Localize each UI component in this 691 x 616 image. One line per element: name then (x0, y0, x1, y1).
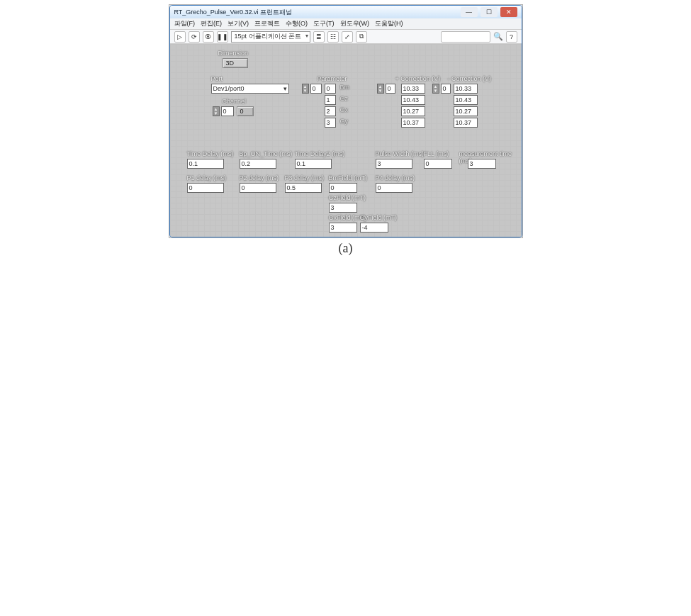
menu-edit[interactable]: 편집(E) (201, 19, 222, 28)
p4-input[interactable]: 0 (376, 183, 412, 193)
param-row-0-name: Bm (340, 84, 350, 91)
search-icon[interactable]: 🔍 (493, 32, 503, 41)
channel-index[interactable]: 0 (221, 106, 234, 116)
menu-tools[interactable]: 도구(T) (313, 19, 335, 28)
time-delay-input[interactable]: 0.1 (187, 159, 224, 169)
time-delay-label: Time Delay (ms) (187, 150, 234, 157)
reorder-button[interactable]: ⧉ (356, 31, 367, 43)
corr-minus-3[interactable]: 10.37 (454, 118, 478, 128)
pause-button[interactable]: ❚❚ (217, 31, 228, 43)
corr-plus-1[interactable]: 10.43 (401, 95, 425, 105)
time-delay2-label: Time Delay2 (ms) (295, 150, 345, 157)
front-panel-canvas: Dimension 3D Port Dev1/port0▾ Channel ▲▼… (170, 44, 522, 237)
run-cont-button[interactable]: ⟳ (189, 31, 200, 43)
titlebar: RT_Grecho_Pulse_Ver0.32.vi 프런트패널 — ☐ ✕ (170, 6, 522, 18)
corr-plus-index[interactable]: 0 (386, 84, 395, 94)
bmfield-label: BmField (mT) (329, 174, 368, 181)
param-row-0-idx: 0 (325, 84, 336, 94)
dimension-label: Dimension (218, 50, 249, 57)
corr-minus-spinner[interactable]: ▲▼ (432, 84, 439, 94)
p4-label: P4 delay (ms) (376, 174, 415, 181)
corr-minus-index[interactable]: 0 (441, 84, 451, 94)
menu-run[interactable]: 수행(O) (286, 19, 308, 28)
bmfield-input[interactable]: 0 (329, 183, 357, 193)
bp-on-label: Bp_ON_Time (ms) (240, 150, 293, 157)
gyfield-label: GyField (mT) (360, 214, 398, 221)
menu-view[interactable]: 보기(V) (227, 19, 249, 28)
param-row-1-idx: 1 (325, 95, 336, 105)
align-button[interactable]: ≣ (313, 31, 325, 43)
time-delay2-input[interactable]: 0.1 (295, 159, 332, 169)
param-row-3-name: Gy (340, 118, 349, 125)
port-label: Port (211, 75, 223, 82)
resize-button[interactable]: ⤢ (342, 31, 353, 43)
p3-label: P3 delay (ms) (285, 174, 325, 181)
pulse-width-input[interactable]: 3 (376, 159, 412, 169)
gzfield-input[interactable]: 3 (329, 203, 357, 213)
fll-label: FLL (ms) (424, 150, 449, 157)
labview-front-panel-screenshot: RT_Grecho_Pulse_Ver0.32.vi 프런트패널 — ☐ ✕ 파… (169, 4, 523, 238)
corr-minus-2[interactable]: 10.27 (454, 106, 478, 116)
corr-minus-0[interactable]: 10.33 (454, 84, 478, 94)
bp-on-input[interactable]: 0.2 (240, 159, 276, 169)
gxfield-input[interactable]: 3 (329, 223, 357, 233)
menu-bar: 파일(F) 편집(E) 보기(V) 프로젝트 수행(O) 도구(T) 윈도우(W… (170, 18, 522, 30)
pulse-width-label: Pulse Width (ms) (376, 150, 425, 157)
p1-input[interactable]: 0 (187, 183, 224, 193)
minimize-button[interactable]: — (461, 7, 478, 17)
toolbar: ▷ ⟳ ⦿ ❚❚ 15pt 어플리케이션 폰트 ≣ ☷ ⤢ ⧉ 🔍 ? (170, 30, 522, 44)
channel-value[interactable]: 0 (237, 106, 254, 116)
window: RT_Grecho_Pulse_Ver0.32.vi 프런트패널 — ☐ ✕ 파… (169, 5, 522, 237)
search-field[interactable] (441, 31, 490, 43)
corr-minus-label: - Correction (V) (448, 75, 492, 82)
port-value: Dev1/port0 (213, 85, 245, 92)
port-selector[interactable]: Dev1/port0▾ (211, 84, 289, 94)
menu-window[interactable]: 윈도우(W) (340, 19, 370, 28)
corr-minus-1[interactable]: 10.43 (454, 95, 478, 105)
distribute-button[interactable]: ☷ (327, 31, 339, 43)
p2-input[interactable]: 0 (240, 183, 276, 193)
param-row-3-idx: 3 (325, 118, 336, 128)
p1-label: P1 delay (ms) (187, 174, 227, 181)
corr-plus-spinner[interactable]: ▲▼ (377, 84, 384, 94)
corr-plus-3[interactable]: 10.37 (401, 118, 425, 128)
fll-input[interactable]: 0 (424, 159, 452, 169)
corr-plus-0[interactable]: 10.33 (401, 84, 425, 94)
corr-plus-2[interactable]: 10.27 (401, 106, 425, 116)
corr-plus-label: + Correction (V) (395, 75, 441, 82)
param-row-2-idx: 2 (325, 106, 336, 116)
run-button[interactable]: ▷ (174, 31, 186, 43)
p2-label: P2 delay (ms) (240, 174, 279, 181)
measure-input[interactable]: 3 (468, 159, 496, 169)
caption-a: (a) (0, 241, 691, 256)
help-icon[interactable]: ? (506, 31, 517, 43)
channel-label: Channel (223, 98, 247, 105)
parameter-label: Parameter (318, 75, 347, 82)
param-row-1-name: Gz (340, 95, 349, 102)
dimension-control[interactable]: 3D (223, 58, 248, 68)
param-row-2-name: Gx (340, 106, 349, 113)
gzfield-label: GzField (mT) (329, 194, 366, 201)
parameter-index-spinner[interactable]: ▲▼ (302, 84, 309, 94)
font-selector[interactable]: 15pt 어플리케이션 폰트 (231, 31, 311, 43)
channel-index-spinner[interactable]: ▲▼ (213, 106, 220, 116)
menu-file[interactable]: 파일(F) (174, 19, 196, 28)
p3-input[interactable]: 0.5 (285, 183, 322, 193)
gyfield-input[interactable]: -4 (360, 223, 388, 233)
abort-button[interactable]: ⦿ (203, 31, 214, 43)
menu-project[interactable]: 프로젝트 (254, 19, 280, 28)
menu-help[interactable]: 도움말(H) (375, 19, 403, 28)
close-button[interactable]: ✕ (500, 7, 517, 17)
parameter-index[interactable]: 0 (310, 84, 322, 94)
maximize-button[interactable]: ☐ (481, 7, 498, 17)
window-title: RT_Grecho_Pulse_Ver0.32.vi 프런트패널 (174, 8, 292, 17)
